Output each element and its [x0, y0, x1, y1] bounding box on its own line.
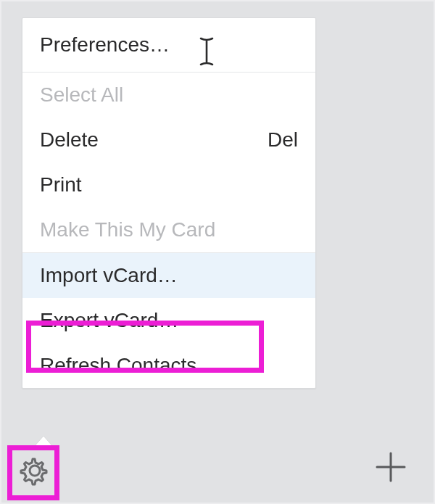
menu-item-label: Refresh Contacts	[40, 354, 196, 377]
menu-item-label: Print	[40, 173, 82, 197]
settings-menu: Preferences… Select All Delete Del Print…	[22, 17, 316, 389]
menu-item-label: Import vCard…	[40, 264, 178, 287]
add-button[interactable]	[371, 449, 410, 488]
menu-item-shortcut: Del	[268, 128, 298, 152]
menu-item-label: Export vCard…	[40, 309, 178, 332]
svg-point-1	[30, 466, 40, 476]
menu-item-label: Select All	[40, 83, 123, 107]
plus-icon	[374, 450, 407, 487]
settings-button[interactable]	[14, 452, 55, 492]
menu-item-print[interactable]: Print	[22, 162, 315, 207]
menu-item-select-all: Select All	[22, 73, 315, 117]
menu-item-import-vcard[interactable]: Import vCard…	[22, 253, 315, 298]
menu-item-label: Make This My Card	[40, 218, 215, 241]
app-surface: Preferences… Select All Delete Del Print…	[0, 0, 435, 504]
menu-item-make-my-card: Make This My Card	[22, 207, 315, 252]
svg-marker-0	[33, 436, 54, 447]
menu-anchor-icon	[33, 436, 54, 447]
menu-item-label: Delete	[40, 128, 99, 152]
text-cursor-icon	[199, 37, 214, 66]
bottom-toolbar	[3, 436, 432, 501]
menu-item-export-vcard[interactable]: Export vCard…	[22, 298, 315, 343]
menu-item-delete[interactable]: Delete Del	[22, 117, 315, 162]
gear-icon	[17, 453, 52, 491]
menu-item-label: Preferences…	[40, 33, 170, 57]
menu-item-preferences[interactable]: Preferences…	[22, 18, 315, 72]
menu-item-refresh-contacts[interactable]: Refresh Contacts	[22, 343, 315, 388]
